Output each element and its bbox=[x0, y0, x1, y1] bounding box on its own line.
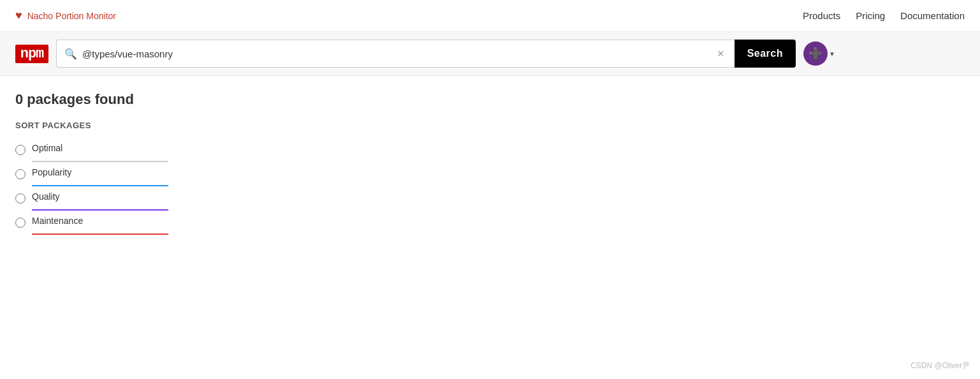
search-icon: 🔍 bbox=[64, 48, 77, 60]
avatar-wrapper[interactable]: ➕ ▼ bbox=[803, 41, 835, 66]
sort-options: Optimal Popularity Quality Maintenance bbox=[15, 138, 965, 235]
sort-underline-maintenance bbox=[32, 234, 168, 235]
avatar-button[interactable]: ➕ bbox=[803, 41, 828, 66]
sort-option-label-popularity: Popularity bbox=[32, 167, 168, 181]
sort-option-label-maintenance: Maintenance bbox=[32, 216, 168, 230]
top-nav-right: Products Pricing Documentation bbox=[803, 10, 965, 21]
npm-logo: npm bbox=[15, 45, 48, 63]
avatar-icon: ➕ bbox=[808, 47, 823, 61]
sort-radio-maintenance[interactable] bbox=[15, 218, 26, 228]
sort-option-quality[interactable]: Quality bbox=[15, 186, 168, 211]
sort-option-popularity[interactable]: Popularity bbox=[15, 162, 168, 186]
top-nav: ♥ Nacho Portion Monitor Products Pricing… bbox=[0, 0, 980, 32]
main-content: 0 packages found Sort Packages Optimal P… bbox=[0, 76, 980, 250]
search-form: 🔍 × Search bbox=[56, 40, 796, 68]
clear-button[interactable]: × bbox=[715, 48, 727, 59]
heart-icon: ♥ bbox=[15, 9, 22, 22]
sort-section: Sort Packages Optimal Popularity Quality… bbox=[15, 121, 965, 235]
avatar-dropdown-arrow: ▼ bbox=[829, 50, 835, 57]
nav-link-products[interactable]: Products bbox=[803, 10, 840, 21]
site-title[interactable]: Nacho Portion Monitor bbox=[27, 11, 116, 21]
top-nav-left: ♥ Nacho Portion Monitor bbox=[15, 9, 116, 22]
search-input[interactable] bbox=[82, 48, 715, 59]
sort-option-optimal[interactable]: Optimal bbox=[15, 138, 168, 162]
sort-option-label-quality: Quality bbox=[32, 191, 168, 205]
search-button[interactable]: Search bbox=[735, 40, 796, 68]
sort-option-maintenance[interactable]: Maintenance bbox=[15, 211, 168, 235]
sort-radio-quality[interactable] bbox=[15, 193, 26, 204]
sort-radio-optimal[interactable] bbox=[15, 145, 26, 155]
nav-link-documentation[interactable]: Documentation bbox=[900, 10, 965, 21]
search-input-wrapper: 🔍 × bbox=[56, 40, 735, 68]
sort-option-label-optimal: Optimal bbox=[32, 143, 168, 157]
results-count: 0 packages found bbox=[15, 91, 965, 108]
sort-radio-popularity[interactable] bbox=[15, 169, 26, 179]
search-bar-container: npm 🔍 × Search ➕ ▼ bbox=[0, 32, 980, 76]
nav-link-pricing[interactable]: Pricing bbox=[856, 10, 885, 21]
sort-label: Sort Packages bbox=[15, 121, 965, 130]
